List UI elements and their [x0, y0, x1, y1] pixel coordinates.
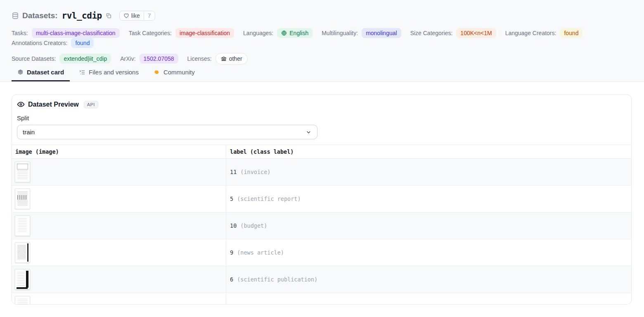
tag-group-task-categories: Task Categories: image-classification — [129, 28, 234, 38]
split-select-value: train — [23, 129, 35, 136]
label-cell: 5 (scientific report) — [226, 186, 631, 212]
label-value: 9 — [230, 249, 233, 256]
database-icon — [12, 12, 19, 19]
like-count: 7 — [144, 11, 155, 20]
tag-monolingual[interactable]: monolingual — [362, 28, 401, 38]
tag-image-classification[interactable]: image-classification — [175, 28, 234, 38]
tag-license-other-label: other — [229, 55, 242, 63]
document-thumbnail[interactable] — [15, 269, 30, 290]
image-cell — [12, 186, 226, 212]
tasks-label: Tasks: — [12, 30, 28, 36]
image-cell — [12, 239, 226, 266]
column-header-image: image (image) — [12, 145, 226, 158]
preview-header: Dataset Preview API — [17, 100, 626, 108]
document-thumbnail[interactable] — [15, 162, 30, 182]
column-header-label: label (class label) — [226, 148, 631, 155]
chevron-down-icon — [305, 129, 312, 135]
table-row — [12, 293, 631, 305]
tag-language-creators-found[interactable]: found — [560, 28, 582, 38]
document-thumbnail[interactable] — [15, 188, 30, 209]
label-name: (invoice) — [240, 169, 270, 175]
preview-controls: Dataset Preview API Split train — [12, 95, 631, 139]
tag-license-other[interactable]: other — [215, 53, 248, 64]
table-row: 11 (invoice) — [12, 159, 631, 186]
dataset-preview-card: Dataset Preview API Split train image (i… — [12, 94, 632, 305]
preview-table: image (image) label (class label) 11 (in… — [12, 145, 631, 305]
title-row: Datasets: rvl_cdip like 7 — [12, 11, 632, 21]
tab-community-label: Community — [163, 69, 195, 76]
image-cell — [12, 159, 226, 185]
tag-row-2: Source Datasets: extended|iit_cdip ArXiv… — [12, 53, 632, 64]
tag-group-arxiv: ArXiv: 1502.07058 — [120, 54, 178, 64]
label-name: (budget) — [240, 222, 267, 229]
tag-size-category[interactable]: 100K<n<1M — [456, 28, 496, 38]
image-cell — [12, 293, 226, 305]
tab-dataset-card-label: Dataset card — [27, 69, 64, 76]
versions-icon — [79, 69, 85, 76]
size-categories-label: Size Categories: — [410, 30, 453, 36]
tag-arxiv-id[interactable]: 1502.07058 — [140, 54, 178, 64]
api-badge[interactable]: API — [84, 101, 98, 108]
tag-annotations-creators-found[interactable]: found — [71, 38, 94, 48]
tag-group-size-categories: Size Categories: 100K<n<1M — [410, 28, 496, 38]
table-row: 9 (news article) — [12, 239, 631, 266]
tab-files-and-versions[interactable]: Files and versions — [73, 65, 144, 81]
multilinguality-label: Multilinguality: — [322, 30, 358, 36]
source-datasets-label: Source Datasets: — [12, 55, 56, 62]
tag-group-source-datasets: Source Datasets: extended|iit_cdip — [12, 54, 111, 64]
image-cell — [12, 266, 226, 293]
globe-icon — [281, 30, 287, 36]
tag-language-english-label: English — [289, 29, 308, 37]
licenses-label: Licenses: — [187, 55, 212, 62]
task-categories-label: Task Categories: — [129, 30, 172, 36]
label-cell: 10 (budget) — [226, 212, 631, 239]
document-thumbnail[interactable] — [15, 215, 30, 236]
like-button[interactable]: like 7 — [119, 11, 155, 21]
tag-group-annotations-creators: Annotations Creators: found — [12, 38, 94, 48]
datasets-breadcrumb[interactable]: Datasets: — [22, 11, 58, 20]
label-cell: 6 (scientific publication) — [226, 266, 631, 293]
label-value: 11 — [230, 169, 237, 175]
tab-files-label: Files and versions — [89, 69, 139, 76]
table-row: 10 (budget) — [12, 212, 631, 239]
table-row: 6 (scientific publication) — [12, 266, 631, 293]
tag-source-dataset[interactable]: extended|iit_cdip — [59, 54, 111, 64]
image-cell — [12, 212, 226, 239]
label-name: (scientific report) — [237, 195, 301, 202]
tab-bar: Dataset card Files and versions — [12, 65, 632, 81]
community-icon — [154, 69, 160, 76]
languages-label: Languages: — [243, 30, 273, 36]
document-thumbnail[interactable] — [15, 242, 30, 263]
page-header: Datasets: rvl_cdip like 7 — [0, 0, 644, 82]
cube-icon — [17, 69, 24, 75]
label-value: 6 — [230, 276, 233, 283]
tag-group-licenses: Licenses: other — [187, 53, 248, 64]
tab-community[interactable]: Community — [148, 65, 201, 81]
annotations-creators-label: Annotations Creators: — [12, 40, 67, 46]
split-select[interactable]: train — [17, 125, 317, 139]
like-button-main: like — [120, 11, 144, 20]
label-cell: 9 (news article) — [226, 239, 631, 266]
label-value: 5 — [230, 195, 233, 202]
tag-group-multilinguality: Multilinguality: monolingual — [322, 28, 401, 38]
tag-multi-class-image-classification[interactable]: multi-class-image-classification — [32, 28, 120, 38]
copy-icon[interactable] — [105, 12, 112, 19]
tab-dataset-card[interactable]: Dataset card — [12, 65, 70, 81]
label-value: 10 — [230, 222, 237, 229]
label-cell: 11 (invoice) — [226, 159, 631, 185]
bank-icon — [221, 56, 227, 62]
tag-row-1: Tasks: multi-class-image-classification … — [12, 28, 632, 48]
tag-group-language-creators: Language Creators: found — [505, 28, 583, 38]
document-thumbnail[interactable] — [15, 296, 30, 305]
split-label: Split — [17, 114, 626, 122]
preview-title: Dataset Preview — [28, 101, 79, 108]
language-creators-label: Language Creators: — [505, 30, 556, 36]
tag-group-tasks: Tasks: multi-class-image-classification — [12, 28, 120, 38]
eye-icon — [17, 100, 25, 108]
tag-language-english[interactable]: English — [277, 28, 313, 38]
table-row: 5 (scientific report) — [12, 186, 631, 212]
label-cell — [226, 293, 631, 305]
table-header-row: image (image) label (class label) — [12, 145, 631, 159]
label-name: (news article) — [237, 249, 284, 256]
tag-group-languages: Languages: English — [243, 28, 313, 38]
